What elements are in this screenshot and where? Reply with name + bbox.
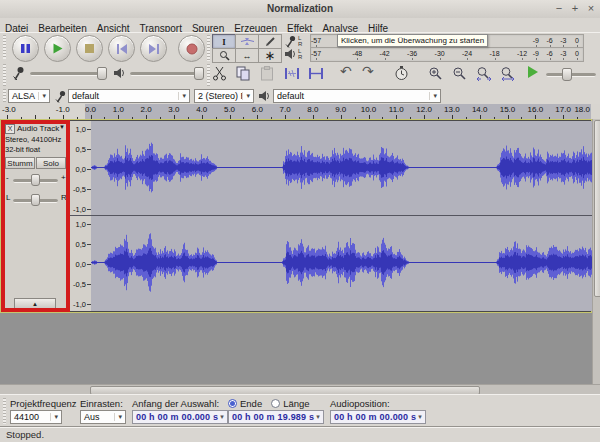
vertical-ruler[interactable]: 1,00,50,0-0,5-1,01,00,50,0-0,5-1,0 bbox=[69, 121, 92, 311]
draw-tool[interactable] bbox=[258, 34, 282, 49]
selection-grip[interactable] bbox=[3, 398, 6, 424]
play-speed-thumb[interactable] bbox=[562, 68, 572, 81]
skip-to-end-button[interactable] bbox=[140, 35, 167, 62]
audio-position-field[interactable]: 00 h 00 m 00.000 s▾ bbox=[330, 410, 426, 424]
selection-end-field[interactable]: 00 h 00 m 19.989 s▾ bbox=[228, 410, 324, 424]
chevron-down-icon: ▾ bbox=[178, 92, 186, 100]
device-grip[interactable] bbox=[3, 89, 6, 102]
playback-volume-slider[interactable] bbox=[130, 72, 202, 76]
vruler-label: -1,0 bbox=[73, 204, 86, 213]
vertical-scrollbar[interactable] bbox=[592, 119, 600, 384]
timeline-label: 16.0 bbox=[528, 105, 544, 114]
maximize-button[interactable]: + bbox=[568, 0, 582, 17]
record-volume-thumb[interactable] bbox=[97, 67, 107, 80]
mixer-grip[interactable] bbox=[3, 64, 6, 86]
trim-button[interactable] bbox=[284, 66, 300, 81]
redo-button[interactable]: ↷ bbox=[362, 66, 374, 77]
length-radio[interactable] bbox=[271, 399, 280, 408]
timeline-label: -1.0 bbox=[56, 105, 70, 114]
playback-meter[interactable]: -57-48-42-36-30-24-18-12-9-6-30 bbox=[310, 47, 584, 62]
track-menu-button[interactable]: ▼ bbox=[59, 124, 65, 130]
undo-button[interactable]: ↶ bbox=[340, 66, 352, 77]
snap-select[interactable]: Aus▾ bbox=[80, 410, 126, 424]
rate-select[interactable]: 44100▾ bbox=[10, 410, 62, 424]
timeline-label: 3.0 bbox=[168, 105, 179, 114]
channels-select[interactable]: 2 (Stereo) Rec▾ bbox=[194, 89, 254, 103]
sync-lock-button[interactable] bbox=[394, 65, 409, 81]
audio-position-label: Audioposition: bbox=[330, 398, 390, 409]
envelope-tool[interactable] bbox=[235, 34, 259, 49]
audio-track: X Audio Track ▼ Stereo, 44100Hz 32-bit f… bbox=[0, 119, 592, 313]
meter-scale-label: -57 bbox=[311, 50, 321, 57]
play-icon bbox=[52, 43, 63, 54]
zoom-in-button[interactable] bbox=[428, 66, 443, 81]
record-volume-mic-icon bbox=[12, 66, 24, 81]
play-button[interactable] bbox=[44, 35, 71, 62]
transport-grip[interactable] bbox=[3, 35, 6, 59]
zoom-out-button[interactable] bbox=[452, 66, 467, 81]
chevron-down-icon: ▾ bbox=[418, 413, 422, 421]
timeshift-tool[interactable]: ↔ bbox=[235, 48, 259, 63]
envelope-icon bbox=[240, 37, 255, 46]
solo-button[interactable]: Solo bbox=[36, 157, 66, 169]
zoom-tool[interactable] bbox=[212, 48, 236, 63]
fit-project-button[interactable] bbox=[500, 66, 516, 81]
meter-scale-label: -6 bbox=[546, 50, 552, 57]
tools-grip[interactable] bbox=[207, 35, 210, 61]
ibeam-icon: I bbox=[222, 37, 226, 47]
end-radio-group[interactable]: Ende Länge bbox=[228, 398, 310, 409]
track-close-button[interactable]: X bbox=[5, 124, 15, 134]
meter-scale-label: 0 bbox=[575, 50, 579, 57]
monitoring-tooltip: Klicken, um die Überwachung zu starten bbox=[337, 34, 488, 47]
cut-button[interactable] bbox=[212, 66, 227, 81]
timeline-ruler[interactable]: -3.0-1.00.01.02.03.04.05.06.07.08.09.010… bbox=[0, 104, 600, 120]
titlebar[interactable]: Normalization − + × bbox=[0, 0, 600, 19]
host-value: ALSA bbox=[12, 91, 35, 101]
multi-tool[interactable]: ∗ bbox=[258, 48, 282, 63]
meter-tick bbox=[550, 58, 551, 60]
minimize-button[interactable]: − bbox=[552, 0, 566, 17]
gain-thumb[interactable] bbox=[31, 174, 40, 186]
record-device-select[interactable]: default▾ bbox=[68, 89, 190, 103]
chevron-down-icon: ▾ bbox=[242, 92, 250, 100]
fit-selection-button[interactable] bbox=[476, 66, 492, 81]
silence-button[interactable] bbox=[308, 66, 324, 81]
meter-tick bbox=[577, 58, 578, 60]
paste-button[interactable] bbox=[260, 66, 274, 81]
edit-grip[interactable] bbox=[207, 64, 210, 86]
record-volume-slider[interactable] bbox=[30, 72, 106, 76]
track-collapse-button[interactable]: ▲ bbox=[14, 298, 56, 309]
meter-scale-label: -42 bbox=[380, 50, 390, 57]
stop-button[interactable] bbox=[76, 35, 103, 62]
playback-device-select[interactable]: default▾ bbox=[273, 89, 441, 103]
pan-thumb[interactable] bbox=[31, 194, 40, 206]
skip-to-start-button[interactable] bbox=[108, 35, 135, 62]
timeline-label: 6.0 bbox=[252, 105, 263, 114]
timeline-label: 17.0 bbox=[555, 105, 571, 114]
mute-button[interactable]: Stumm bbox=[5, 157, 35, 169]
meter-tick bbox=[563, 58, 564, 60]
vertical-scrollbar-thumb[interactable] bbox=[594, 120, 600, 297]
paste-icon bbox=[260, 66, 274, 81]
play-at-speed-button[interactable] bbox=[528, 66, 538, 78]
selection-tool[interactable]: I bbox=[212, 34, 236, 49]
track-control-panel: X Audio Track ▼ Stereo, 44100Hz 32-bit f… bbox=[2, 121, 70, 311]
meter-tick bbox=[522, 58, 523, 60]
timeline-label: 18.0 bbox=[574, 105, 590, 114]
multitool-icon: ∗ bbox=[265, 51, 276, 60]
pan-left-label: L bbox=[6, 193, 10, 202]
record-button[interactable] bbox=[178, 35, 205, 62]
pause-button[interactable] bbox=[12, 35, 39, 62]
close-button[interactable]: × bbox=[584, 0, 598, 17]
end-radio[interactable] bbox=[228, 399, 237, 408]
vruler-label: -0,5 bbox=[73, 184, 86, 193]
track-title[interactable]: Audio Track bbox=[17, 124, 59, 133]
waveform-display[interactable] bbox=[91, 121, 592, 311]
timeline-label: 4.0 bbox=[196, 105, 207, 114]
playback-volume-thumb[interactable] bbox=[194, 67, 204, 80]
copy-button[interactable] bbox=[236, 66, 251, 81]
host-select[interactable]: ALSA▾ bbox=[8, 89, 50, 103]
selection-start-field[interactable]: 00 h 00 m 00.000 s▾ bbox=[132, 410, 228, 424]
selection-start-value: 00 h 00 m 00.000 s bbox=[136, 412, 218, 422]
meter-tick bbox=[440, 58, 441, 60]
